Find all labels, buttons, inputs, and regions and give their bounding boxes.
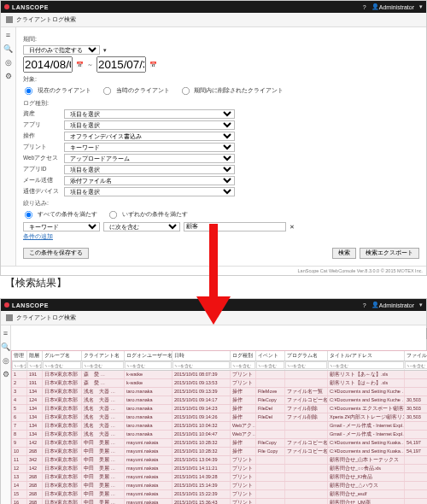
sidebar-target-icon[interactable]: ◎ (3, 356, 9, 365)
logtype-select[interactable]: 項目を選択 (64, 165, 235, 174)
search-button[interactable]: 検索 (332, 248, 356, 259)
col-filter-input[interactable] (231, 361, 255, 369)
dropdown-icon[interactable]: ▾ (419, 3, 423, 10)
logtype-select[interactable]: 項目を選択 (64, 109, 235, 119)
cell: 7 (12, 422, 27, 430)
target-radio[interactable]: 現在のクライアント (23, 85, 91, 97)
table-row[interactable]: 1191日本¥東京本部森 愛 …k-watke2015/10/01 08:07:… (12, 371, 427, 379)
logtype-select[interactable]: アップロードアラーム (64, 154, 235, 163)
col-filter-input[interactable] (125, 361, 172, 369)
target-radio[interactable]: 当時のクライアント (102, 85, 170, 97)
refine-radio[interactable]: すべての条件を満たす (23, 209, 97, 220)
col-filter-input[interactable] (328, 361, 404, 369)
sidebar: ≡ 🔍 ◎ ⚙ (1, 27, 16, 266)
col-header[interactable]: グループ名 (43, 351, 82, 360)
col-filter-input[interactable] (285, 361, 327, 369)
col-header[interactable]: タイトル/アドレス (328, 351, 405, 360)
col-header[interactable]: ログ種別 (231, 351, 256, 360)
cell: 浅名 大器 … (82, 422, 125, 430)
cell: 日本¥東京本部 (43, 473, 82, 481)
sidebar-search-icon[interactable]: 🔍 (3, 44, 13, 53)
cell (405, 482, 427, 489)
table-row[interactable]: 6134日本¥東京本部浅名 大器 …taro.manaka2015/10/01 … (12, 413, 427, 422)
logtype-select[interactable]: オフラインデバイス書込み (64, 132, 235, 141)
cell (405, 388, 427, 396)
cell: 中田 美麗 … (82, 465, 125, 472)
col-header[interactable]: 階層 (27, 351, 43, 360)
cell: 191 (27, 371, 43, 378)
export-button[interactable]: 検索エクスポート (360, 248, 419, 259)
calendar-icon[interactable]: 📅 (149, 62, 157, 68)
refine-field-select[interactable]: キーワード (23, 222, 100, 231)
cell: 浅名 大器 … (82, 413, 125, 421)
user-label[interactable]: Administrator (379, 302, 414, 308)
remove-cond-icon[interactable]: ✕ (290, 224, 295, 231)
col-header[interactable]: クライアント名 (82, 351, 125, 360)
period-mode-select[interactable]: 日付のみで指定する (23, 45, 100, 55)
logtype-label: 資産 (23, 110, 64, 118)
help-icon[interactable]: ? (363, 302, 366, 308)
cell: Xperia Z¥内部ストレージ\顧客リス … (328, 413, 405, 421)
user-label[interactable]: Administrator (379, 4, 414, 10)
table-row[interactable]: 4124日本¥東京本部浅名 大器 …taro.manaka2015/10/01 … (12, 396, 427, 405)
sidebar-list-icon[interactable]: ≡ (6, 31, 10, 39)
save-condition-button[interactable]: この条件を保存する (23, 248, 89, 259)
user-icon[interactable]: 👤 (371, 3, 379, 10)
table-row[interactable]: 12142日本¥東京本部中田 美麗 …mayumi.nakata2015/10/… (12, 465, 427, 473)
sidebar-search-icon[interactable]: 🔍 (1, 343, 10, 351)
col-filter-input[interactable] (405, 361, 427, 369)
col-header[interactable]: 日時 (173, 351, 231, 360)
table-row[interactable]: 3134日本¥東京本部浅名 大器 …taro.manaka2015/10/01 … (12, 388, 427, 396)
table-row[interactable]: 13268日本¥東京本部中田 美麗 …mayumi.nakata2015/10/… (12, 473, 427, 482)
table-row[interactable]: 16268日本¥東京本部中田 美麗 …mayumi.nakata2015/10/… (12, 499, 427, 504)
target-radio[interactable]: 期間内に削除されたクライアント (180, 85, 284, 97)
sidebar-gear-icon[interactable]: ⚙ (3, 370, 9, 378)
col-filter-input[interactable] (173, 361, 230, 369)
table-row[interactable]: 15268日本¥東京本部中田 美麗 …mayumi.nakata2015/10/… (12, 490, 427, 499)
cell (405, 379, 427, 387)
date-to-input[interactable] (97, 56, 146, 73)
cell (256, 465, 285, 472)
table-row[interactable]: 10268日本¥東京本部中田 美麗 …mayumi.nakata2015/10/… (12, 448, 427, 456)
col-header[interactable]: ログオンユーザー名 (125, 351, 173, 360)
logtype-select[interactable]: 項目を選択 (64, 120, 235, 130)
col-filter-input[interactable] (82, 361, 124, 369)
col-header[interactable]: イベント (256, 351, 285, 360)
col-filter-input[interactable] (256, 361, 284, 369)
cell: 2015/10/01 09:14:23 (173, 405, 231, 413)
sidebar-gear-icon[interactable]: ⚙ (5, 72, 12, 80)
table-row[interactable]: 14268日本¥東京本部中田 美麗 …mayumi.nakata2015/10/… (12, 482, 427, 490)
logtype-select[interactable]: 添付ファイル名 (64, 176, 235, 185)
date-from-input[interactable] (23, 56, 73, 73)
refine-radio[interactable]: いずれかの条件を満たす (108, 209, 188, 220)
col-filter-input[interactable] (43, 361, 81, 369)
table-row[interactable]: 11342日本¥東京本部中田 美麗 …mayumi.nakata2015/10/… (12, 456, 427, 465)
logtype-select[interactable]: キーワード (64, 143, 235, 152)
col-header[interactable]: ファイルサイズ (KB) (405, 351, 427, 360)
col-header[interactable]: 管理 (12, 351, 27, 360)
cell: 124 (27, 396, 43, 404)
table-row[interactable]: 9142日本¥東京本部中田 美麗 …mayumi.nakata2015/10/0… (12, 439, 427, 448)
calendar-icon[interactable]: 📅 (76, 62, 84, 68)
add-condition-link[interactable]: 条件の追加 (23, 233, 53, 241)
help-icon[interactable]: ? (363, 4, 366, 10)
refine-value-input[interactable] (184, 222, 286, 231)
cell: 2015/10/01 13:04:39 (173, 456, 231, 464)
col-filter-input[interactable] (12, 361, 26, 369)
sidebar-target-icon[interactable]: ◎ (5, 58, 12, 67)
table-row[interactable]: 2191日本¥東京本部森 愛 …k-watke2015/10/01 09:13:… (12, 379, 427, 388)
refine-cond-select[interactable]: に次を含む (103, 222, 180, 231)
cell: 操作 (231, 448, 256, 455)
col-filter-input[interactable] (27, 361, 42, 369)
user-icon[interactable]: 👤 (371, 302, 379, 308)
logtype-select[interactable]: 項目を選択 (64, 187, 235, 196)
table-row[interactable]: 8134日本¥東京本部浅名 大器 …taro.manaka2015/10/01 … (12, 431, 427, 439)
table-row[interactable]: 5134日本¥東京本部浅名 大器 …taro.manaka2015/10/01 … (12, 405, 427, 413)
sidebar-list-icon[interactable]: ≡ (3, 329, 8, 337)
col-header[interactable]: プログラム名 (285, 351, 328, 360)
cell: C:¥Documents and Setting Kuche … (328, 396, 405, 404)
brand-dot-icon (4, 4, 9, 9)
target-label: 対象: (23, 75, 419, 84)
dropdown-icon[interactable]: ▾ (419, 302, 423, 308)
table-row[interactable]: 7134日本¥東京本部浅名 大器 …taro.manaka2015/10/01 … (12, 422, 427, 431)
